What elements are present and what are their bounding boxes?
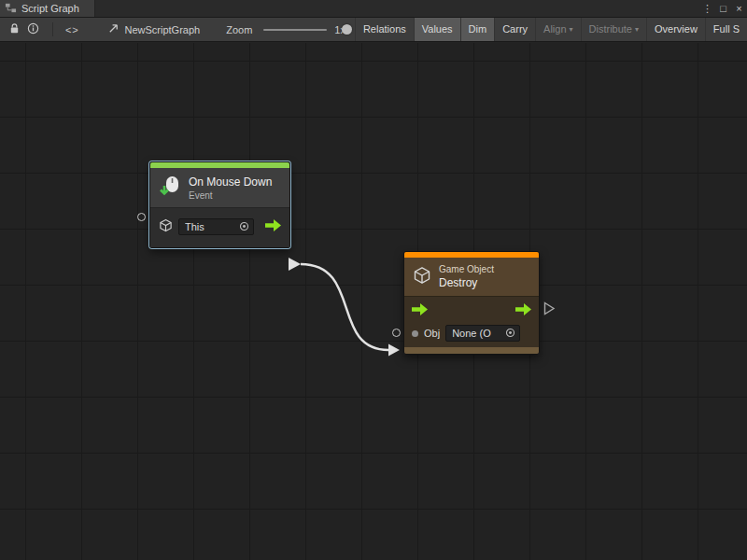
toolbar-button-fullscreen[interactable]: Full S	[705, 18, 747, 42]
toolbar-button-dim[interactable]: Dim	[460, 18, 495, 42]
port-row: This	[159, 217, 281, 236]
node-body: This	[150, 207, 289, 247]
node-header: On Mouse Down Event	[150, 168, 289, 207]
toolbar: <> NewScriptGraph Zoom 1x Relations Valu…	[0, 18, 747, 42]
mouse-event-icon	[159, 175, 181, 201]
toolbar-buttons: Relations Values Dim Carry Align▾ Distri…	[355, 18, 747, 42]
graph-arrow-icon	[107, 22, 120, 36]
window-menu-button[interactable]: ⋮	[699, 0, 715, 17]
zoom-label: Zoom	[226, 24, 252, 35]
node-header: Game Object Destroy	[404, 258, 539, 296]
connection-wire[interactable]	[0, 43, 747, 560]
node-destroy[interactable]: Game Object Destroy Obj	[403, 251, 540, 355]
zoom-slider[interactable]	[263, 29, 327, 31]
lock-button[interactable]	[7, 21, 21, 39]
flow-port-row	[404, 300, 539, 322]
node-body: Obj None (O	[404, 296, 539, 347]
window-controls: ⋮ □ ×	[699, 0, 747, 17]
obj-field[interactable]: None (O	[445, 325, 520, 342]
flow-input-port[interactable]	[412, 302, 428, 319]
chevron-down-icon: ▾	[570, 18, 573, 41]
window-close-button[interactable]: ×	[731, 0, 747, 17]
tab-title: Script Graph	[21, 3, 79, 14]
obj-port-row: Obj None (O	[404, 322, 539, 344]
toolbar-button-align[interactable]: Align▾	[535, 18, 580, 42]
code-icon: <>	[65, 24, 79, 35]
toolbar-button-values[interactable]: Values	[414, 18, 460, 42]
toolbar-button-carry[interactable]: Carry	[494, 18, 535, 42]
target-field[interactable]: This	[178, 218, 254, 235]
flow-continuation-port[interactable]	[543, 301, 556, 319]
node-title: On Mouse Down	[189, 175, 272, 189]
toolbar-button-relations[interactable]: Relations	[355, 18, 414, 42]
node-title: Destroy	[439, 276, 494, 289]
node-titles: On Mouse Down Event	[189, 175, 272, 201]
target-input-port[interactable]	[137, 213, 146, 221]
node-on-mouse-down[interactable]: On Mouse Down Event This	[149, 161, 290, 248]
target-field-value: This	[185, 221, 235, 232]
script-graph-icon	[5, 2, 17, 16]
value-dot-icon	[412, 330, 418, 337]
zoom-slider-knob[interactable]	[342, 24, 352, 35]
gameobject-cube-icon	[159, 218, 173, 236]
toolbar-divider	[52, 22, 53, 36]
obj-field-value: None (O	[452, 328, 501, 339]
toolbar-button-overview[interactable]: Overview	[646, 18, 705, 42]
flow-output-port[interactable]	[515, 302, 531, 319]
code-view-button[interactable]: <>	[64, 21, 79, 39]
tab-script-graph[interactable]: Script Graph	[0, 0, 95, 17]
node-category: Game Object	[439, 264, 494, 274]
node-titles: Game Object Destroy	[439, 264, 494, 289]
window-titlebar: Script Graph ⋮ □ ×	[0, 0, 747, 18]
node-subtitle: Event	[189, 190, 272, 201]
graph-canvas[interactable]: On Mouse Down Event This	[0, 43, 747, 560]
toolbar-button-distribute[interactable]: Distribute▾	[581, 18, 646, 42]
graph-breadcrumb[interactable]: NewScriptGraph	[107, 22, 200, 36]
chevron-down-icon: ▾	[635, 18, 639, 41]
node-footer	[404, 347, 539, 354]
obj-label: Obj	[424, 328, 440, 339]
object-picker-icon[interactable]	[505, 328, 515, 340]
obj-input-port[interactable]	[392, 329, 401, 337]
lock-icon	[8, 22, 21, 36]
info-icon	[27, 22, 39, 36]
graph-name-label: NewScriptGraph	[124, 24, 200, 35]
gameobject-cube-icon	[413, 266, 431, 288]
object-picker-icon[interactable]	[239, 221, 249, 233]
flow-output-port[interactable]	[265, 218, 281, 235]
window-maximize-button[interactable]: □	[715, 0, 731, 17]
info-button[interactable]	[25, 21, 40, 39]
